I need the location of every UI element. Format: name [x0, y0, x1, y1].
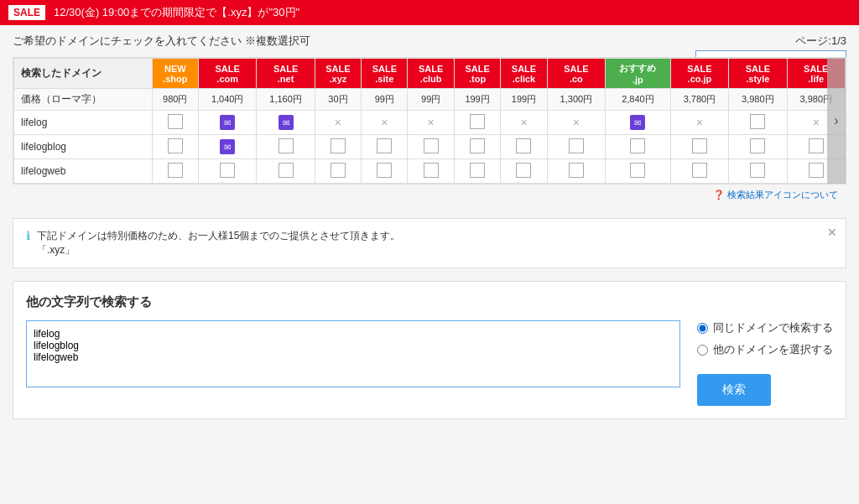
- page-indicator: ページ:1/3: [795, 34, 846, 49]
- domain-name-cell: lifelogblog: [14, 135, 153, 159]
- checkbox-empty[interactable]: [331, 138, 346, 153]
- domain-cell[interactable]: [729, 135, 787, 159]
- checkbox-mail[interactable]: ✉: [630, 115, 645, 130]
- checkbox-empty[interactable]: [692, 138, 707, 153]
- col-header-xyz: SALE.xyz: [315, 59, 361, 89]
- checkbox-empty[interactable]: [331, 163, 346, 178]
- domain-cell[interactable]: ✉: [198, 111, 256, 135]
- checkbox-empty[interactable]: [516, 163, 531, 178]
- question-icon: ❓: [713, 190, 725, 200]
- col-header-com: SALE.com: [198, 59, 256, 89]
- checkbox-empty[interactable]: [470, 163, 485, 178]
- checkbox-mail[interactable]: ✉: [279, 115, 294, 130]
- checkbox-empty[interactable]: [630, 163, 645, 178]
- radio-options: 同じドメインで検索する 他のドメインを選択する: [697, 320, 833, 357]
- checkbox-empty[interactable]: [470, 114, 485, 129]
- domain-cell[interactable]: [152, 159, 198, 184]
- domain-cell[interactable]: [501, 135, 547, 159]
- price-cojp: 3,780円: [670, 89, 728, 111]
- domain-cell[interactable]: [198, 159, 256, 184]
- checkbox-empty[interactable]: [692, 163, 707, 178]
- checkbox-empty[interactable]: [377, 138, 392, 153]
- domain-cell[interactable]: [454, 111, 500, 135]
- checkbox-empty[interactable]: [750, 138, 765, 153]
- checkbox-empty[interactable]: [750, 114, 765, 129]
- checkbox-empty[interactable]: [569, 138, 584, 153]
- domain-cell[interactable]: [454, 159, 500, 184]
- domain-cell[interactable]: [729, 159, 787, 184]
- col-header-click: SALE.click: [501, 59, 547, 89]
- domain-cell[interactable]: [408, 159, 454, 184]
- checkbox-unavailable: ×: [428, 116, 435, 129]
- radio-same[interactable]: [697, 323, 708, 334]
- banner-text: 12/30(金) 19:00までの期間限定で【.xyz】が"30円": [54, 5, 299, 20]
- checkbox-empty[interactable]: [809, 163, 824, 178]
- col-header-co: SALE.co: [547, 59, 605, 89]
- col-header-site: SALE.site: [362, 59, 408, 89]
- top-banner: SALE 12/30(金) 19:00までの期間限定で【.xyz】が"30円": [0, 0, 859, 25]
- price-club: 99円: [408, 89, 454, 111]
- checkbox-empty[interactable]: [377, 163, 392, 178]
- domain-cell[interactable]: ✉: [257, 111, 315, 135]
- col-header-style: SALE.style: [729, 59, 787, 89]
- domain-cell: ×: [501, 111, 547, 135]
- domain-cell[interactable]: [408, 135, 454, 159]
- domain-cell[interactable]: [362, 135, 408, 159]
- table-row: lifelogweb: [14, 159, 846, 184]
- info-box-close[interactable]: ✕: [827, 226, 837, 239]
- checkbox-mail[interactable]: ✉: [220, 139, 235, 154]
- domain-cell[interactable]: [501, 159, 547, 184]
- checkbox-empty[interactable]: [630, 138, 645, 153]
- price-label: 価格（ローマ字）: [14, 89, 153, 111]
- checkbox-empty[interactable]: [279, 163, 294, 178]
- domain-cell: ×: [315, 111, 361, 135]
- price-top: 199円: [454, 89, 500, 111]
- domain-cell[interactable]: [362, 159, 408, 184]
- domain-cell[interactable]: [547, 159, 605, 184]
- checkbox-mail[interactable]: ✉: [220, 115, 235, 130]
- search-textarea[interactable]: lifelog lifelogblog lifelogweb: [26, 320, 680, 387]
- checkbox-empty[interactable]: [516, 138, 531, 153]
- domain-cell[interactable]: [454, 135, 500, 159]
- checkbox-empty[interactable]: [220, 163, 235, 178]
- info-icon: ℹ: [26, 229, 30, 242]
- checkbox-empty[interactable]: [809, 138, 824, 153]
- checkbox-empty[interactable]: [424, 163, 439, 178]
- checkbox-empty[interactable]: [168, 163, 183, 178]
- domain-cell: ×: [362, 111, 408, 135]
- search-button[interactable]: 検索: [697, 374, 771, 406]
- checkbox-empty[interactable]: [569, 163, 584, 178]
- domain-cell[interactable]: [547, 135, 605, 159]
- domain-cell[interactable]: [152, 111, 198, 135]
- table-row: lifelogblog✉: [14, 135, 846, 159]
- checkbox-empty[interactable]: [279, 138, 294, 153]
- domain-name-cell: lifelogweb: [14, 159, 153, 184]
- domain-cell[interactable]: [670, 135, 728, 159]
- domain-cell[interactable]: [152, 135, 198, 159]
- scroll-right-button[interactable]: ›: [827, 58, 846, 184]
- domain-cell[interactable]: [606, 159, 671, 184]
- price-co: 1,300円: [547, 89, 605, 111]
- checkbox-empty[interactable]: [168, 138, 183, 153]
- domain-cell[interactable]: [729, 111, 787, 135]
- domain-cell[interactable]: [257, 135, 315, 159]
- domain-cell[interactable]: ✉: [198, 135, 256, 159]
- domain-cell[interactable]: ✉: [606, 111, 671, 135]
- domain-cell[interactable]: [315, 159, 361, 184]
- radio-other[interactable]: [697, 345, 708, 356]
- checkbox-empty[interactable]: [424, 138, 439, 153]
- checkbox-empty[interactable]: [470, 138, 485, 153]
- icon-link[interactable]: 検索結果アイコンについて: [727, 190, 838, 200]
- domain-cell[interactable]: [670, 159, 728, 184]
- radio-other-label[interactable]: 他のドメインを選択する: [697, 342, 833, 357]
- domain-cell[interactable]: [257, 159, 315, 184]
- search-section: 他の文字列で検索する lifelog lifelogblog lifelogwe…: [13, 281, 846, 419]
- checkbox-empty[interactable]: [168, 114, 183, 129]
- price-com: 1,040円: [198, 89, 256, 111]
- checkbox-empty[interactable]: [750, 163, 765, 178]
- radio-same-label[interactable]: 同じドメインで検索する: [697, 320, 833, 335]
- domain-cell[interactable]: [315, 135, 361, 159]
- domain-cell: ×: [547, 111, 605, 135]
- domain-cell[interactable]: [606, 135, 671, 159]
- first-col-header: 検索したドメイン: [14, 59, 153, 89]
